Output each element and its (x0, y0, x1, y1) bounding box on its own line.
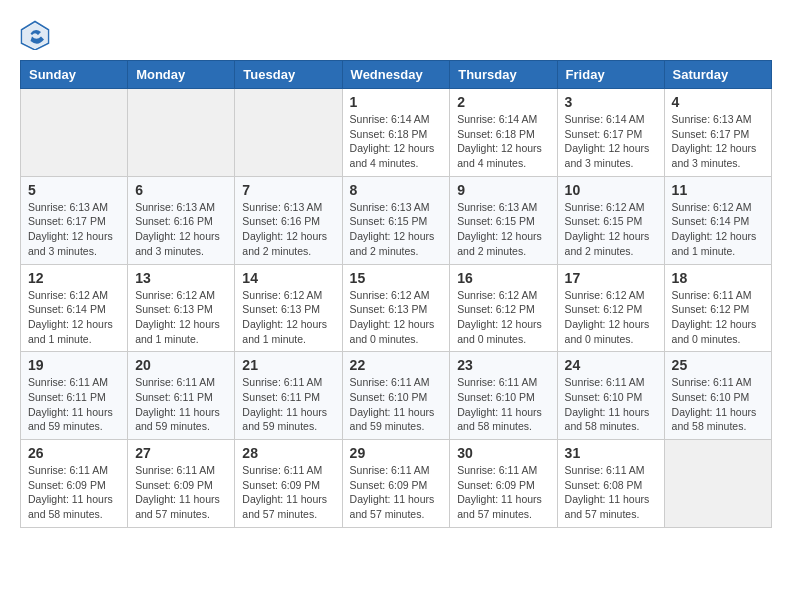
day-header-wednesday: Wednesday (342, 61, 450, 89)
day-info: Sunrise: 6:11 AM Sunset: 6:09 PM Dayligh… (350, 463, 443, 522)
day-number: 2 (457, 94, 549, 110)
calendar-cell (664, 440, 771, 528)
day-number: 14 (242, 270, 334, 286)
day-header-saturday: Saturday (664, 61, 771, 89)
day-info: Sunrise: 6:13 AM Sunset: 6:16 PM Dayligh… (135, 200, 227, 259)
day-info: Sunrise: 6:14 AM Sunset: 6:18 PM Dayligh… (350, 112, 443, 171)
day-number: 6 (135, 182, 227, 198)
day-info: Sunrise: 6:11 AM Sunset: 6:10 PM Dayligh… (457, 375, 549, 434)
calendar-cell: 26Sunrise: 6:11 AM Sunset: 6:09 PM Dayli… (21, 440, 128, 528)
calendar-cell: 4Sunrise: 6:13 AM Sunset: 6:17 PM Daylig… (664, 89, 771, 177)
day-number: 31 (565, 445, 657, 461)
calendar-cell: 5Sunrise: 6:13 AM Sunset: 6:17 PM Daylig… (21, 176, 128, 264)
calendar-cell: 10Sunrise: 6:12 AM Sunset: 6:15 PM Dayli… (557, 176, 664, 264)
day-number: 8 (350, 182, 443, 198)
day-number: 19 (28, 357, 120, 373)
day-info: Sunrise: 6:14 AM Sunset: 6:18 PM Dayligh… (457, 112, 549, 171)
calendar-cell: 3Sunrise: 6:14 AM Sunset: 6:17 PM Daylig… (557, 89, 664, 177)
day-header-monday: Monday (128, 61, 235, 89)
calendar-cell: 31Sunrise: 6:11 AM Sunset: 6:08 PM Dayli… (557, 440, 664, 528)
day-info: Sunrise: 6:13 AM Sunset: 6:15 PM Dayligh… (350, 200, 443, 259)
day-number: 20 (135, 357, 227, 373)
day-number: 4 (672, 94, 764, 110)
day-info: Sunrise: 6:11 AM Sunset: 6:09 PM Dayligh… (457, 463, 549, 522)
day-number: 18 (672, 270, 764, 286)
day-number: 22 (350, 357, 443, 373)
calendar-cell (21, 89, 128, 177)
logo (20, 20, 54, 50)
day-info: Sunrise: 6:11 AM Sunset: 6:10 PM Dayligh… (350, 375, 443, 434)
calendar-cell (235, 89, 342, 177)
day-info: Sunrise: 6:13 AM Sunset: 6:17 PM Dayligh… (672, 112, 764, 171)
day-header-tuesday: Tuesday (235, 61, 342, 89)
calendar-cell: 2Sunrise: 6:14 AM Sunset: 6:18 PM Daylig… (450, 89, 557, 177)
day-number: 10 (565, 182, 657, 198)
day-info: Sunrise: 6:14 AM Sunset: 6:17 PM Dayligh… (565, 112, 657, 171)
day-number: 12 (28, 270, 120, 286)
day-info: Sunrise: 6:11 AM Sunset: 6:09 PM Dayligh… (28, 463, 120, 522)
day-info: Sunrise: 6:11 AM Sunset: 6:11 PM Dayligh… (28, 375, 120, 434)
day-info: Sunrise: 6:11 AM Sunset: 6:12 PM Dayligh… (672, 288, 764, 347)
day-info: Sunrise: 6:11 AM Sunset: 6:11 PM Dayligh… (242, 375, 334, 434)
day-number: 30 (457, 445, 549, 461)
day-info: Sunrise: 6:12 AM Sunset: 6:14 PM Dayligh… (672, 200, 764, 259)
calendar-week-row: 26Sunrise: 6:11 AM Sunset: 6:09 PM Dayli… (21, 440, 772, 528)
day-info: Sunrise: 6:12 AM Sunset: 6:12 PM Dayligh… (565, 288, 657, 347)
day-info: Sunrise: 6:11 AM Sunset: 6:08 PM Dayligh… (565, 463, 657, 522)
calendar-cell: 9Sunrise: 6:13 AM Sunset: 6:15 PM Daylig… (450, 176, 557, 264)
day-info: Sunrise: 6:13 AM Sunset: 6:17 PM Dayligh… (28, 200, 120, 259)
calendar-header-row: SundayMondayTuesdayWednesdayThursdayFrid… (21, 61, 772, 89)
day-number: 9 (457, 182, 549, 198)
calendar-cell: 25Sunrise: 6:11 AM Sunset: 6:10 PM Dayli… (664, 352, 771, 440)
calendar-cell: 29Sunrise: 6:11 AM Sunset: 6:09 PM Dayli… (342, 440, 450, 528)
day-number: 17 (565, 270, 657, 286)
day-number: 15 (350, 270, 443, 286)
day-number: 3 (565, 94, 657, 110)
day-number: 5 (28, 182, 120, 198)
day-info: Sunrise: 6:13 AM Sunset: 6:15 PM Dayligh… (457, 200, 549, 259)
day-info: Sunrise: 6:11 AM Sunset: 6:10 PM Dayligh… (565, 375, 657, 434)
calendar-cell: 14Sunrise: 6:12 AM Sunset: 6:13 PM Dayli… (235, 264, 342, 352)
day-number: 27 (135, 445, 227, 461)
calendar-cell: 16Sunrise: 6:12 AM Sunset: 6:12 PM Dayli… (450, 264, 557, 352)
day-info: Sunrise: 6:12 AM Sunset: 6:13 PM Dayligh… (350, 288, 443, 347)
calendar-cell: 7Sunrise: 6:13 AM Sunset: 6:16 PM Daylig… (235, 176, 342, 264)
day-number: 16 (457, 270, 549, 286)
calendar-cell: 1Sunrise: 6:14 AM Sunset: 6:18 PM Daylig… (342, 89, 450, 177)
day-number: 24 (565, 357, 657, 373)
page-header (20, 20, 772, 50)
day-number: 1 (350, 94, 443, 110)
day-header-thursday: Thursday (450, 61, 557, 89)
calendar-cell: 21Sunrise: 6:11 AM Sunset: 6:11 PM Dayli… (235, 352, 342, 440)
calendar-cell: 18Sunrise: 6:11 AM Sunset: 6:12 PM Dayli… (664, 264, 771, 352)
calendar-cell (128, 89, 235, 177)
calendar-cell: 8Sunrise: 6:13 AM Sunset: 6:15 PM Daylig… (342, 176, 450, 264)
day-number: 29 (350, 445, 443, 461)
day-number: 28 (242, 445, 334, 461)
day-info: Sunrise: 6:11 AM Sunset: 6:11 PM Dayligh… (135, 375, 227, 434)
calendar-table: SundayMondayTuesdayWednesdayThursdayFrid… (20, 60, 772, 528)
logo-icon (20, 20, 50, 50)
day-number: 26 (28, 445, 120, 461)
calendar-cell: 11Sunrise: 6:12 AM Sunset: 6:14 PM Dayli… (664, 176, 771, 264)
day-info: Sunrise: 6:13 AM Sunset: 6:16 PM Dayligh… (242, 200, 334, 259)
calendar-cell: 27Sunrise: 6:11 AM Sunset: 6:09 PM Dayli… (128, 440, 235, 528)
calendar-cell: 15Sunrise: 6:12 AM Sunset: 6:13 PM Dayli… (342, 264, 450, 352)
day-number: 7 (242, 182, 334, 198)
calendar-cell: 6Sunrise: 6:13 AM Sunset: 6:16 PM Daylig… (128, 176, 235, 264)
calendar-cell: 20Sunrise: 6:11 AM Sunset: 6:11 PM Dayli… (128, 352, 235, 440)
day-info: Sunrise: 6:12 AM Sunset: 6:14 PM Dayligh… (28, 288, 120, 347)
calendar-week-row: 19Sunrise: 6:11 AM Sunset: 6:11 PM Dayli… (21, 352, 772, 440)
day-number: 11 (672, 182, 764, 198)
day-number: 13 (135, 270, 227, 286)
day-info: Sunrise: 6:12 AM Sunset: 6:13 PM Dayligh… (135, 288, 227, 347)
day-number: 21 (242, 357, 334, 373)
calendar-cell: 17Sunrise: 6:12 AM Sunset: 6:12 PM Dayli… (557, 264, 664, 352)
calendar-cell: 23Sunrise: 6:11 AM Sunset: 6:10 PM Dayli… (450, 352, 557, 440)
calendar-week-row: 12Sunrise: 6:12 AM Sunset: 6:14 PM Dayli… (21, 264, 772, 352)
calendar-cell: 30Sunrise: 6:11 AM Sunset: 6:09 PM Dayli… (450, 440, 557, 528)
calendar-week-row: 5Sunrise: 6:13 AM Sunset: 6:17 PM Daylig… (21, 176, 772, 264)
day-info: Sunrise: 6:11 AM Sunset: 6:09 PM Dayligh… (242, 463, 334, 522)
day-info: Sunrise: 6:12 AM Sunset: 6:13 PM Dayligh… (242, 288, 334, 347)
day-info: Sunrise: 6:11 AM Sunset: 6:10 PM Dayligh… (672, 375, 764, 434)
